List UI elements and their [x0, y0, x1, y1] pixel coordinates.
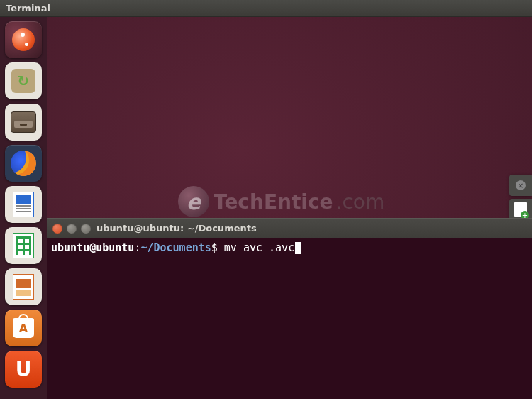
libreoffice-calc-icon: [13, 233, 34, 258]
libreoffice-writer-icon: [13, 192, 34, 217]
launcher-firefox[interactable]: [5, 145, 42, 182]
terminal-title: ubuntu@ubuntu: ~/Documents: [96, 223, 257, 234]
terminal-body[interactable]: ubuntu@ubuntu:~/Documents$ mv avc .avc: [47, 238, 532, 258]
launcher-dash[interactable]: [5, 21, 42, 58]
new-document-icon: [514, 202, 527, 217]
launcher-libreoffice-writer[interactable]: [5, 186, 42, 223]
watermark-text-2: .com: [336, 190, 385, 214]
launcher-libreoffice-impress[interactable]: [5, 268, 42, 305]
launcher-software-updater[interactable]: [5, 62, 42, 99]
firefox-icon: [11, 151, 36, 176]
terminal-titlebar[interactable]: ubuntu@ubuntu: ~/Documents: [47, 218, 532, 238]
terminal-prompt-path: ~/Documents: [140, 241, 211, 254]
notification-newfile-stub[interactable]: [509, 199, 532, 220]
menubar-app-label[interactable]: Terminal: [6, 3, 50, 13]
unity-launcher: U: [0, 17, 47, 399]
close-icon: ×: [516, 180, 526, 190]
terminal-prompt-userhost: ubuntu@ubuntu: [51, 241, 134, 254]
window-minimize-button[interactable]: [67, 224, 77, 234]
launcher-libreoffice-calc[interactable]: [5, 227, 42, 264]
ubuntu-software-icon: [13, 318, 34, 338]
launcher-archive-manager[interactable]: [5, 104, 42, 141]
libreoffice-impress-icon: [13, 274, 34, 300]
watermark: e TechEntice .com: [178, 186, 384, 217]
notification-close-stub[interactable]: ×: [509, 175, 532, 196]
watermark-badge-icon: e: [178, 186, 209, 217]
archive-manager-icon: [11, 111, 36, 133]
launcher-ubuntu-one[interactable]: U: [5, 351, 42, 388]
ubuntu-dash-icon: [12, 28, 35, 51]
software-updater-icon: [11, 69, 35, 93]
terminal-cursor: [295, 242, 301, 254]
terminal-prompt-sep2: $: [211, 241, 224, 254]
ubuntu-one-icon: U: [11, 356, 36, 382]
launcher-ubuntu-software[interactable]: [5, 310, 42, 346]
watermark-text-1: TechEntice: [214, 190, 333, 214]
terminal-window: ubuntu@ubuntu: ~/Documents ubuntu@ubuntu…: [47, 218, 532, 399]
window-controls: [52, 224, 91, 234]
window-close-button[interactable]: [52, 224, 62, 234]
top-menubar[interactable]: Terminal: [0, 0, 532, 17]
window-maximize-button[interactable]: [81, 224, 91, 234]
desktop: e TechEntice .com × ubuntu@ubuntu: ~/Doc…: [47, 17, 532, 399]
terminal-command: mv avc .avc: [224, 241, 294, 254]
